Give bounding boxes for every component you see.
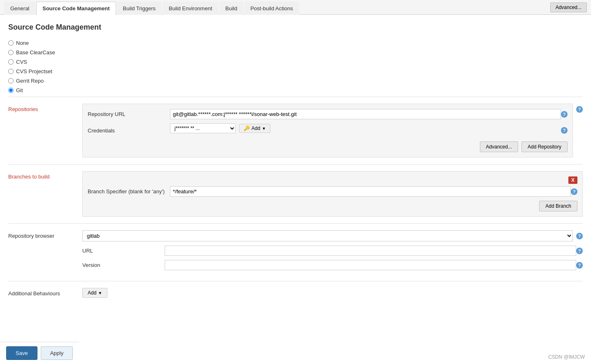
- credentials-row: Credentials j******* ** ... 🔑 Add ▼ ?: [88, 123, 568, 137]
- add-branch-button[interactable]: Add Branch: [539, 201, 577, 211]
- advanced-top-button[interactable]: Advanced...: [550, 2, 587, 12]
- scm-option-cvs-projectset[interactable]: CVS Projectset: [8, 68, 583, 74]
- advanced-repository-button[interactable]: Advanced...: [480, 141, 518, 152]
- scm-cvs-ps-label: CVS Projectset: [16, 68, 52, 74]
- branches-bottom-buttons: Add Branch: [88, 201, 577, 211]
- scm-option-gerrit[interactable]: Gerrit Repo: [8, 78, 583, 84]
- page-title: Source Code Management: [8, 23, 583, 32]
- browser-version-label: Version: [82, 262, 165, 268]
- scm-git-label: Git: [16, 87, 23, 93]
- repo-browser-content: gitlab (Auto) bitbucket cgit fisheye git…: [82, 230, 583, 274]
- tab-bar: General Source Code Management Build Tri…: [0, 0, 591, 15]
- add-cred-label: Add: [251, 125, 260, 131]
- browser-url-help-icon[interactable]: ?: [576, 248, 583, 254]
- tab-build-triggers[interactable]: Build Triggers: [117, 2, 162, 15]
- add-cred-dropdown-arrow: ▼: [262, 126, 266, 131]
- branch-specifier-input[interactable]: [170, 186, 571, 197]
- branches-content: X Branch Specifier (blank for 'any') ? A…: [82, 171, 583, 217]
- additional-behaviours-label: Additional Behaviours: [8, 288, 82, 297]
- tab-post-build[interactable]: Post-build Actions: [244, 2, 299, 15]
- additional-add-label: Add: [88, 290, 96, 296]
- repository-url-input[interactable]: [170, 109, 561, 119]
- repo-browser-label: Repository browser: [8, 230, 82, 239]
- repositories-section-help-icon[interactable]: ?: [576, 106, 583, 113]
- repository-url-help-icon[interactable]: ?: [561, 111, 568, 118]
- scm-gerrit-label: Gerrit Repo: [16, 78, 44, 84]
- additional-behaviours-content: Add ▼: [82, 288, 583, 298]
- additional-add-button[interactable]: Add ▼: [82, 288, 107, 298]
- browser-url-input[interactable]: [165, 246, 576, 256]
- credentials-label: Credentials: [88, 128, 170, 134]
- additional-behaviours-section: Additional Behaviours Add ▼: [8, 281, 583, 304]
- scm-none-label: None: [16, 40, 29, 46]
- tab-scm[interactable]: Source Code Management: [36, 2, 116, 15]
- key-icon: 🔑: [244, 125, 250, 131]
- repositories-label: Repositories: [8, 104, 82, 112]
- branches-section: Branches to build X Branch Specifier (bl…: [8, 164, 583, 223]
- repository-url-row: Repository URL ?: [88, 109, 568, 119]
- browser-url-row: URL ?: [82, 246, 583, 256]
- browser-url-label: URL: [82, 248, 165, 254]
- tab-general[interactable]: General: [4, 2, 35, 15]
- scm-cvs-label: CVS: [16, 59, 27, 65]
- tab-build-environment[interactable]: Build Environment: [163, 2, 219, 15]
- main-content: Source Code Management None Base ClearCa…: [0, 15, 591, 337]
- repo-browser-section: Repository browser gitlab (Auto) bitbuck…: [8, 223, 583, 281]
- repositories-bottom-buttons: Advanced... Add Repository: [88, 141, 568, 152]
- repository-url-label: Repository URL: [88, 111, 170, 117]
- scm-option-none[interactable]: None: [8, 40, 583, 46]
- remove-branch-button[interactable]: X: [568, 176, 577, 184]
- additional-add-arrow: ▼: [98, 291, 102, 295]
- branch-x-row: X: [88, 176, 577, 184]
- browser-version-help-icon[interactable]: ?: [576, 262, 583, 269]
- branch-specifier-row: Branch Specifier (blank for 'any') ?: [88, 186, 577, 197]
- scm-option-git[interactable]: Git: [8, 87, 583, 93]
- browser-version-row: Version ?: [82, 260, 583, 270]
- add-credentials-button[interactable]: 🔑 Add ▼: [239, 124, 270, 133]
- repo-browser-row: gitlab (Auto) bitbucket cgit fisheye git…: [82, 230, 583, 241]
- credentials-help-icon[interactable]: ?: [561, 127, 568, 134]
- credentials-select[interactable]: j******* ** ...: [170, 123, 236, 133]
- scm-option-clearcase[interactable]: Base ClearCase: [8, 49, 583, 56]
- browser-version-input[interactable]: [165, 260, 576, 270]
- repo-browser-help-icon[interactable]: ?: [576, 233, 583, 239]
- branches-label: Branches to build: [8, 171, 82, 180]
- branch-specifier-help-icon[interactable]: ?: [571, 188, 577, 195]
- scm-option-cvs[interactable]: CVS: [8, 59, 583, 65]
- add-repository-button[interactable]: Add Repository: [521, 141, 568, 152]
- tab-build[interactable]: Build: [219, 2, 244, 15]
- repositories-content: Repository URL ? Credentials j******* **…: [82, 104, 573, 158]
- repositories-section: Repositories Repository URL ? Credential…: [8, 97, 583, 164]
- scm-clearcase-label: Base ClearCase: [16, 49, 55, 56]
- branch-specifier-label: Branch Specifier (blank for 'any'): [88, 188, 170, 195]
- repo-browser-select[interactable]: gitlab (Auto) bitbucket cgit fisheye git…: [82, 230, 573, 241]
